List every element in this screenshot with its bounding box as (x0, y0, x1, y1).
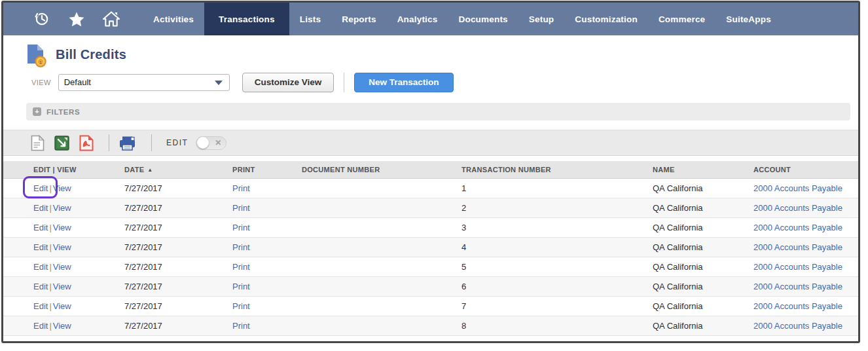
account-link[interactable]: 2000 Accounts Payable (753, 262, 842, 272)
sort-asc-icon: ▲ (147, 167, 153, 173)
account-link[interactable]: 2000 Accounts Payable (753, 301, 842, 311)
link-separator: | (48, 321, 52, 331)
table-row: Edit|View 7/27/2017 Print 1 QA Californi… (3, 178, 858, 198)
print-link[interactable]: Print (232, 321, 250, 331)
view-link[interactable]: View (53, 301, 71, 311)
inline-edit-toggle[interactable]: ✕ (196, 136, 226, 150)
view-label: VIEW (31, 79, 51, 86)
recent-records-icon[interactable] (33, 11, 50, 27)
link-separator: | (48, 183, 52, 193)
column-header-date[interactable]: DATE▲ (124, 161, 232, 178)
nav-item-documents[interactable]: Documents (448, 3, 518, 35)
date-cell: 7/27/2017 (124, 217, 232, 237)
view-link[interactable]: View (53, 321, 71, 331)
column-header-document-number[interactable]: DOCUMENT NUMBER (302, 161, 461, 178)
account-link[interactable]: 2000 Accounts Payable (753, 321, 842, 331)
view-link[interactable]: View (53, 183, 71, 193)
edit-link[interactable]: Edit (33, 321, 48, 331)
print-link[interactable]: Print (232, 183, 250, 193)
page-title: Bill Credits (56, 47, 126, 62)
date-cell: 7/27/2017 (124, 316, 232, 335)
transaction-number-cell: 4 (461, 237, 653, 257)
table-body: Edit|View 7/27/2017 Print 1 QA Californi… (3, 178, 858, 335)
table-row: Edit|View 7/27/2017 Print 4 QA Californi… (3, 237, 858, 257)
print-link[interactable]: Print (232, 301, 250, 311)
nav-item-setup[interactable]: Setup (518, 3, 565, 35)
view-action-bar: VIEW Default Customize View New Transact… (3, 68, 858, 96)
column-header-print[interactable]: PRINT (232, 161, 302, 178)
document-number-cell (302, 178, 461, 198)
name-cell: QA California (653, 237, 753, 257)
account-link[interactable]: 2000 Accounts Payable (753, 203, 842, 213)
nav-item-customization[interactable]: Customization (564, 3, 648, 35)
print-link[interactable]: Print (232, 282, 250, 291)
edit-link[interactable]: Edit (33, 242, 48, 252)
print-link[interactable]: Print (232, 262, 250, 272)
table-row: Edit|View 7/27/2017 Print 7 QA Californi… (3, 296, 858, 316)
view-link[interactable]: View (53, 262, 71, 272)
column-header-account[interactable]: ACCOUNT (753, 161, 858, 178)
table-row: Edit|View 7/27/2017 Print 3 QA Californi… (3, 217, 858, 237)
nav-menu: Activities Transactions Lists Reports An… (143, 3, 782, 35)
name-cell: QA California (653, 178, 753, 198)
view-link[interactable]: View (53, 242, 71, 252)
nav-item-analytics[interactable]: Analytics (387, 3, 448, 35)
shortcuts-star-icon[interactable] (68, 11, 85, 28)
toggle-off-icon: ✕ (215, 138, 221, 147)
pdf-export-icon[interactable] (79, 135, 94, 151)
account-link[interactable]: 2000 Accounts Payable (753, 183, 842, 193)
document-number-cell (302, 217, 461, 237)
print-icon[interactable] (118, 135, 136, 151)
date-cell: 7/27/2017 (124, 237, 232, 257)
account-link[interactable]: 2000 Accounts Payable (753, 282, 842, 291)
nav-item-commerce[interactable]: Commerce (648, 3, 715, 35)
edit-link[interactable]: Edit (33, 203, 48, 213)
name-cell: QA California (653, 257, 753, 276)
nav-item-reports[interactable]: Reports (331, 3, 386, 35)
print-link[interactable]: Print (232, 242, 250, 252)
app-window: Activities Transactions Lists Reports An… (1, 1, 860, 343)
column-header-transaction-number[interactable]: TRANSACTION NUMBER (461, 161, 653, 178)
document-number-cell (302, 276, 461, 296)
nav-item-activities[interactable]: Activities (143, 3, 204, 35)
link-separator: | (48, 262, 52, 272)
edit-link[interactable]: Edit (33, 282, 48, 291)
document-number-cell (302, 237, 461, 257)
edit-link[interactable]: Edit (33, 301, 48, 311)
document-number-cell (302, 198, 461, 217)
expand-filters-icon[interactable]: + (33, 107, 41, 116)
edit-link[interactable]: Edit (33, 223, 48, 232)
transaction-number-cell: 6 (461, 276, 653, 296)
view-select[interactable]: Default (58, 74, 230, 91)
filters-bar[interactable]: + FILTERS (26, 103, 850, 120)
new-transaction-button[interactable]: New Transaction (354, 73, 453, 92)
name-cell: QA California (653, 217, 753, 237)
table-row: Edit|View 7/27/2017 Print 2 QA Californi… (3, 198, 858, 217)
view-link[interactable]: View (53, 223, 71, 232)
column-header-edit-view[interactable]: EDIT | VIEW (3, 161, 124, 178)
edit-link[interactable]: Edit (33, 262, 48, 272)
print-link[interactable]: Print (232, 203, 250, 213)
nav-item-transactions[interactable]: Transactions (204, 3, 289, 35)
link-separator: | (48, 223, 52, 232)
transaction-number-cell: 8 (461, 316, 653, 335)
list-toolbar: EDIT ✕ (3, 130, 858, 156)
customize-view-button[interactable]: Customize View (242, 73, 335, 92)
account-link[interactable]: 2000 Accounts Payable (753, 223, 842, 232)
date-cell: 7/27/2017 (124, 276, 232, 296)
transaction-number-cell: 7 (461, 296, 653, 316)
table-row: Edit|View 7/27/2017 Print 6 QA Californi… (3, 276, 858, 296)
csv-export-icon[interactable] (31, 135, 45, 151)
link-separator: | (48, 282, 52, 291)
home-icon[interactable] (103, 10, 120, 28)
document-number-cell (302, 257, 461, 276)
nav-item-lists[interactable]: Lists (289, 3, 332, 35)
nav-item-suiteapps[interactable]: SuiteApps (715, 3, 782, 35)
view-link[interactable]: View (53, 203, 71, 213)
excel-export-icon[interactable] (54, 136, 69, 151)
print-link[interactable]: Print (232, 223, 250, 232)
view-link[interactable]: View (53, 282, 71, 291)
column-header-name[interactable]: NAME (653, 161, 753, 178)
account-link[interactable]: 2000 Accounts Payable (753, 242, 842, 252)
edit-link[interactable]: Edit (33, 183, 48, 193)
